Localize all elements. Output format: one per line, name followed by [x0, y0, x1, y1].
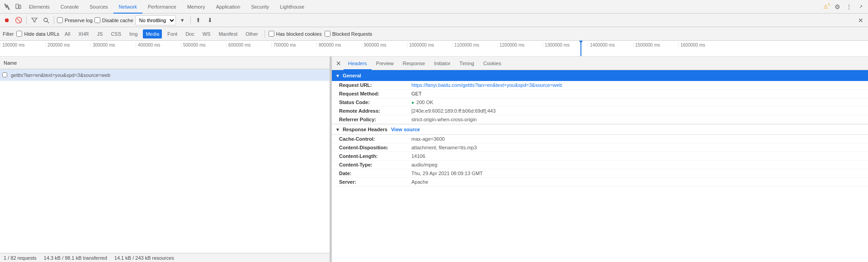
- detail-row-cache-control: Cache-Control: max-age=3600: [332, 135, 868, 143]
- response-headers-arrow: ▼: [335, 127, 340, 132]
- tick-15: 1600000 ms: [678, 43, 723, 48]
- detail-value-request-url[interactable]: https://fanyi.baidu.com/gettts?lan=en&te…: [411, 82, 562, 88]
- blocked-requests-label[interactable]: Blocked Requests: [325, 31, 373, 37]
- detail-value-content-type: audio/mpeg: [411, 162, 438, 167]
- view-source-link[interactable]: View source: [391, 127, 420, 132]
- filter-font[interactable]: Font: [165, 29, 180, 38]
- tab-sources[interactable]: Sources: [84, 0, 113, 14]
- tick-0: 100000 ms: [0, 43, 45, 48]
- tab-preview[interactable]: Preview: [372, 57, 398, 70]
- toolbar-separator-1: [26, 16, 27, 24]
- disable-cache-label[interactable]: Disable cache: [94, 17, 133, 23]
- has-blocked-cookies-text: Has blocked cookies: [276, 31, 322, 37]
- filter-icon[interactable]: [29, 15, 39, 25]
- svg-point-2: [17, 8, 18, 9]
- resources-size: 14.1 kB / 243 kB resources: [114, 255, 174, 261]
- disable-cache-checkbox[interactable]: [94, 17, 100, 23]
- filter-other[interactable]: Other: [243, 29, 261, 38]
- general-section-header[interactable]: ▼ General: [332, 70, 868, 81]
- detail-row-server: Server: Apache: [332, 178, 868, 186]
- device-toolbar-icon[interactable]: [13, 1, 24, 12]
- filter-ws[interactable]: WS: [200, 29, 213, 38]
- download-icon[interactable]: ⬇: [205, 15, 215, 25]
- detail-key-content-length: Content-Length:: [339, 153, 411, 159]
- response-headers-section-header[interactable]: ▼ Response Headers View source: [332, 124, 868, 135]
- filter-doc[interactable]: Doc: [183, 29, 197, 38]
- detail-row-request-url: Request URL: https://fanyi.baidu.com/get…: [332, 81, 868, 90]
- response-headers-title: Response Headers: [343, 127, 387, 132]
- toolbar-separator-2: [54, 16, 54, 24]
- tab-elements[interactable]: Elements: [24, 0, 55, 14]
- status-code-text: 200 OK: [416, 100, 433, 105]
- has-blocked-cookies-label[interactable]: Has blocked cookies: [269, 31, 322, 37]
- tab-security[interactable]: Security: [245, 0, 274, 14]
- throttle-dropdown-icon[interactable]: ▾: [178, 15, 188, 25]
- tab-cookies[interactable]: Cookies: [479, 57, 506, 70]
- search-icon[interactable]: [41, 15, 51, 25]
- detail-value-referrer-policy: strict-origin-when-cross-origin: [411, 117, 476, 122]
- tab-memory[interactable]: Memory: [182, 0, 211, 14]
- filter-manifest[interactable]: Manifest: [216, 29, 241, 38]
- devtools-frame: Elements Console Sources Network Perform…: [0, 0, 868, 262]
- tab-performance[interactable]: Performance: [142, 0, 182, 14]
- preserve-log-label[interactable]: Preserve log: [57, 17, 93, 23]
- tab-application[interactable]: Application: [211, 0, 246, 14]
- filter-media[interactable]: Media: [143, 29, 162, 38]
- settings-icon[interactable]: ⚙: [832, 1, 843, 12]
- detail-value-cache-control: max-age=3600: [411, 136, 445, 142]
- filter-xhr[interactable]: XHR: [75, 29, 91, 38]
- tab-console[interactable]: Console: [55, 0, 84, 14]
- table-row[interactable]: gettts?lan=en&text=you&spd=3&source=web: [0, 69, 330, 81]
- upload-icon[interactable]: ⬆: [193, 15, 203, 25]
- detail-row-date: Date: Thu, 29 Apr 2021 08:09:13 GMT: [332, 169, 868, 178]
- filter-all[interactable]: All: [62, 29, 73, 38]
- timeline-marker: [580, 41, 581, 56]
- blocked-requests-checkbox[interactable]: [325, 31, 330, 37]
- detail-row-content-length: Content-Length: 14106: [332, 152, 868, 161]
- row-select-checkbox[interactable]: [2, 72, 7, 77]
- detail-value-request-method: GET: [411, 91, 422, 96]
- filter-img[interactable]: Img: [127, 29, 140, 38]
- tab-response[interactable]: Response: [398, 57, 430, 70]
- filter-js[interactable]: JS: [94, 29, 106, 38]
- tick-2: 300000 ms: [90, 43, 136, 48]
- tab-headers[interactable]: Headers: [344, 57, 372, 70]
- throttle-select[interactable]: No throttling: [135, 15, 176, 25]
- tick-7: 800000 ms: [316, 43, 362, 48]
- close-details-button[interactable]: ✕: [334, 58, 344, 68]
- detail-row-status-code: Status Code: ● 200 OK: [332, 98, 868, 107]
- warning-icon[interactable]: ⚠ 1: [820, 1, 831, 12]
- tick-8: 900000 ms: [362, 43, 407, 48]
- requests-panel: Name gettts?lan=en&text=you&spd=3&source…: [0, 57, 330, 262]
- detail-value-remote-address: [240e:e9:6002:189:0:ff:b06d:69df]:443: [411, 108, 495, 114]
- tick-4: 500000 ms: [181, 43, 226, 48]
- filter-css[interactable]: CSS: [108, 29, 124, 38]
- clear-button[interactable]: 🚫: [14, 15, 24, 25]
- close-network-icon[interactable]: ✕: [855, 15, 866, 26]
- tab-initiator[interactable]: Initiator: [429, 57, 455, 70]
- preserve-log-checkbox[interactable]: [57, 17, 63, 23]
- svg-rect-1: [19, 5, 21, 9]
- undock-icon[interactable]: ↗: [855, 1, 866, 12]
- record-button[interactable]: ⏺: [2, 15, 12, 25]
- tab-lighthouse[interactable]: Lighthouse: [274, 0, 310, 14]
- hide-data-urls-checkbox[interactable]: [16, 31, 22, 37]
- timeline-header: 100000 ms 200000 ms 300000 ms 400000 ms …: [0, 41, 868, 57]
- has-blocked-cookies-checkbox[interactable]: [269, 31, 274, 37]
- svg-line-4: [47, 21, 49, 23]
- detail-row-request-method: Request Method: GET: [332, 90, 868, 98]
- tab-network[interactable]: Network: [113, 0, 142, 14]
- top-tab-bar: Elements Console Sources Network Perform…: [0, 0, 868, 14]
- details-panel: ✕ Headers Preview Response Initiator Tim…: [332, 57, 868, 262]
- preserve-log-text: Preserve log: [65, 18, 93, 23]
- more-options-icon[interactable]: ⋮: [844, 1, 854, 12]
- detail-key-content-type: Content-Type:: [339, 162, 411, 167]
- tab-timing[interactable]: Timing: [455, 57, 479, 70]
- hide-data-urls-label[interactable]: Hide data URLs: [16, 31, 59, 37]
- inspect-icon[interactable]: [2, 1, 13, 12]
- detail-key-request-method: Request Method:: [339, 91, 411, 96]
- detail-value-date: Thu, 29 Apr 2021 08:09:13 GMT: [411, 171, 483, 176]
- disable-cache-text: Disable cache: [102, 18, 133, 23]
- tick-1: 200000 ms: [45, 43, 90, 48]
- detail-row-remote-address: Remote Address: [240e:e9:6002:189:0:ff:b…: [332, 107, 868, 115]
